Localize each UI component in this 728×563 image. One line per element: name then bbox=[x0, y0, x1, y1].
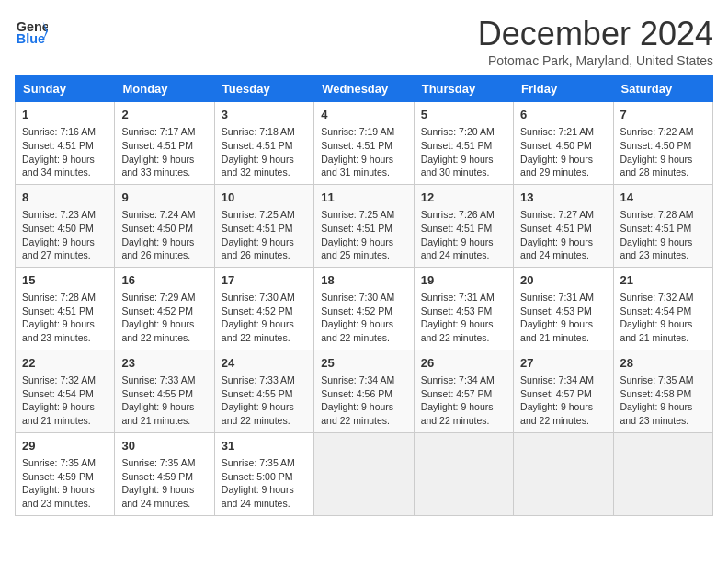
day-info: Sunrise: 7:32 AM Sunset: 4:54 PM Dayligh… bbox=[620, 291, 706, 345]
calendar-cell-0-1: 2Sunrise: 7:17 AM Sunset: 4:51 PM Daylig… bbox=[115, 102, 214, 185]
header-friday: Friday bbox=[514, 76, 613, 102]
calendar-cell-1-5: 13Sunrise: 7:27 AM Sunset: 4:51 PM Dayli… bbox=[514, 184, 613, 267]
header-thursday: Thursday bbox=[414, 76, 513, 102]
calendar-cell-1-3: 11Sunrise: 7:25 AM Sunset: 4:51 PM Dayli… bbox=[314, 184, 414, 267]
calendar-cell-2-6: 21Sunrise: 7:32 AM Sunset: 4:54 PM Dayli… bbox=[613, 267, 712, 350]
day-number: 2 bbox=[121, 107, 207, 123]
day-info: Sunrise: 7:20 AM Sunset: 4:51 PM Dayligh… bbox=[421, 125, 506, 179]
header-monday: Monday bbox=[115, 76, 214, 102]
day-info: Sunrise: 7:31 AM Sunset: 4:53 PM Dayligh… bbox=[520, 291, 606, 345]
calendar-cell-4-3 bbox=[314, 432, 414, 515]
day-number: 8 bbox=[22, 190, 108, 206]
day-number: 7 bbox=[620, 107, 706, 123]
calendar-cell-0-4: 5Sunrise: 7:20 AM Sunset: 4:51 PM Daylig… bbox=[414, 102, 513, 185]
day-number: 6 bbox=[520, 107, 606, 123]
calendar-cell-1-4: 12Sunrise: 7:26 AM Sunset: 4:51 PM Dayli… bbox=[414, 184, 513, 267]
page-container: General Blue December 2024 Potomac Park,… bbox=[15, 15, 713, 516]
day-number: 29 bbox=[22, 438, 108, 454]
day-number: 4 bbox=[321, 107, 406, 123]
location-title: Potomac Park, Maryland, United States bbox=[478, 53, 713, 68]
calendar-cell-4-4 bbox=[414, 432, 513, 515]
day-info: Sunrise: 7:17 AM Sunset: 4:51 PM Dayligh… bbox=[121, 125, 207, 179]
calendar-cell-4-2: 31Sunrise: 7:35 AM Sunset: 5:00 PM Dayli… bbox=[214, 432, 313, 515]
calendar-cell-3-2: 24Sunrise: 7:33 AM Sunset: 4:55 PM Dayli… bbox=[214, 350, 313, 432]
calendar-cell-3-1: 23Sunrise: 7:33 AM Sunset: 4:55 PM Dayli… bbox=[115, 350, 214, 432]
calendar-cell-2-1: 16Sunrise: 7:29 AM Sunset: 4:52 PM Dayli… bbox=[115, 267, 214, 350]
logo-icon: General Blue bbox=[15, 15, 48, 48]
calendar-cell-4-0: 29Sunrise: 7:35 AM Sunset: 4:59 PM Dayli… bbox=[16, 432, 115, 515]
day-number: 30 bbox=[121, 438, 207, 454]
calendar-cell-2-4: 19Sunrise: 7:31 AM Sunset: 4:53 PM Dayli… bbox=[414, 267, 513, 350]
day-info: Sunrise: 7:26 AM Sunset: 4:51 PM Dayligh… bbox=[421, 208, 506, 262]
day-number: 1 bbox=[22, 107, 108, 123]
calendar-table: Sunday Monday Tuesday Wednesday Thursday… bbox=[15, 75, 713, 516]
week-row-5: 29Sunrise: 7:35 AM Sunset: 4:59 PM Dayli… bbox=[16, 432, 713, 515]
day-info: Sunrise: 7:30 AM Sunset: 4:52 PM Dayligh… bbox=[222, 291, 307, 345]
calendar-cell-1-0: 8Sunrise: 7:23 AM Sunset: 4:50 PM Daylig… bbox=[16, 184, 115, 267]
day-number: 20 bbox=[520, 272, 606, 289]
day-number: 18 bbox=[321, 272, 406, 289]
day-info: Sunrise: 7:33 AM Sunset: 4:55 PM Dayligh… bbox=[222, 373, 307, 428]
calendar-cell-1-1: 9Sunrise: 7:24 AM Sunset: 4:50 PM Daylig… bbox=[115, 184, 214, 267]
day-info: Sunrise: 7:34 AM Sunset: 4:57 PM Dayligh… bbox=[520, 373, 606, 428]
day-number: 5 bbox=[421, 107, 506, 123]
calendar-cell-1-2: 10Sunrise: 7:25 AM Sunset: 4:51 PM Dayli… bbox=[214, 184, 313, 267]
calendar-cell-4-5 bbox=[514, 432, 613, 515]
day-number: 25 bbox=[321, 355, 406, 372]
day-info: Sunrise: 7:27 AM Sunset: 4:51 PM Dayligh… bbox=[520, 208, 606, 262]
calendar-cell-0-6: 7Sunrise: 7:22 AM Sunset: 4:50 PM Daylig… bbox=[613, 102, 712, 185]
day-info: Sunrise: 7:33 AM Sunset: 4:55 PM Dayligh… bbox=[121, 373, 207, 428]
calendar-cell-2-3: 18Sunrise: 7:30 AM Sunset: 4:52 PM Dayli… bbox=[314, 267, 414, 350]
day-number: 22 bbox=[22, 355, 108, 372]
title-block: December 2024 Potomac Park, Maryland, Un… bbox=[478, 15, 713, 68]
calendar-cell-1-6: 14Sunrise: 7:28 AM Sunset: 4:51 PM Dayli… bbox=[613, 184, 712, 267]
day-number: 21 bbox=[620, 272, 706, 289]
day-number: 16 bbox=[121, 272, 207, 289]
day-number: 13 bbox=[520, 190, 606, 206]
day-info: Sunrise: 7:35 AM Sunset: 4:58 PM Dayligh… bbox=[620, 373, 706, 428]
calendar-cell-2-2: 17Sunrise: 7:30 AM Sunset: 4:52 PM Dayli… bbox=[214, 267, 313, 350]
day-number: 3 bbox=[222, 107, 307, 123]
header-sunday: Sunday bbox=[16, 76, 115, 102]
day-number: 31 bbox=[222, 438, 307, 454]
header-saturday: Saturday bbox=[613, 76, 712, 102]
day-info: Sunrise: 7:31 AM Sunset: 4:53 PM Dayligh… bbox=[421, 291, 506, 345]
day-info: Sunrise: 7:35 AM Sunset: 5:00 PM Dayligh… bbox=[222, 456, 307, 511]
day-number: 15 bbox=[22, 272, 108, 289]
calendar-cell-0-3: 4Sunrise: 7:19 AM Sunset: 4:51 PM Daylig… bbox=[314, 102, 414, 185]
day-info: Sunrise: 7:28 AM Sunset: 4:51 PM Dayligh… bbox=[620, 208, 706, 262]
week-row-4: 22Sunrise: 7:32 AM Sunset: 4:54 PM Dayli… bbox=[16, 350, 713, 432]
day-info: Sunrise: 7:16 AM Sunset: 4:51 PM Dayligh… bbox=[22, 125, 108, 179]
logo: General Blue bbox=[15, 15, 48, 48]
month-title: December 2024 bbox=[478, 15, 713, 53]
day-number: 26 bbox=[421, 355, 506, 372]
day-number: 23 bbox=[121, 355, 207, 372]
calendar-cell-4-1: 30Sunrise: 7:35 AM Sunset: 4:59 PM Dayli… bbox=[115, 432, 214, 515]
day-number: 9 bbox=[121, 190, 207, 206]
calendar-cell-3-4: 26Sunrise: 7:34 AM Sunset: 4:57 PM Dayli… bbox=[414, 350, 513, 432]
svg-text:Blue: Blue bbox=[17, 31, 45, 46]
day-info: Sunrise: 7:29 AM Sunset: 4:52 PM Dayligh… bbox=[121, 291, 207, 345]
day-number: 10 bbox=[222, 190, 307, 206]
day-info: Sunrise: 7:34 AM Sunset: 4:57 PM Dayligh… bbox=[421, 373, 506, 428]
day-info: Sunrise: 7:18 AM Sunset: 4:51 PM Dayligh… bbox=[222, 125, 307, 179]
day-number: 19 bbox=[421, 272, 506, 289]
day-number: 12 bbox=[421, 190, 506, 206]
week-row-2: 8Sunrise: 7:23 AM Sunset: 4:50 PM Daylig… bbox=[16, 184, 713, 267]
day-info: Sunrise: 7:25 AM Sunset: 4:51 PM Dayligh… bbox=[222, 208, 307, 262]
calendar-cell-2-0: 15Sunrise: 7:28 AM Sunset: 4:51 PM Dayli… bbox=[16, 267, 115, 350]
day-info: Sunrise: 7:24 AM Sunset: 4:50 PM Dayligh… bbox=[121, 208, 207, 262]
calendar-cell-0-0: 1Sunrise: 7:16 AM Sunset: 4:51 PM Daylig… bbox=[16, 102, 115, 185]
calendar-cell-3-5: 27Sunrise: 7:34 AM Sunset: 4:57 PM Dayli… bbox=[514, 350, 613, 432]
day-info: Sunrise: 7:35 AM Sunset: 4:59 PM Dayligh… bbox=[121, 456, 207, 511]
day-info: Sunrise: 7:34 AM Sunset: 4:56 PM Dayligh… bbox=[321, 373, 406, 428]
day-info: Sunrise: 7:35 AM Sunset: 4:59 PM Dayligh… bbox=[22, 456, 108, 511]
day-info: Sunrise: 7:19 AM Sunset: 4:51 PM Dayligh… bbox=[321, 125, 406, 179]
calendar-cell-0-5: 6Sunrise: 7:21 AM Sunset: 4:50 PM Daylig… bbox=[514, 102, 613, 185]
day-info: Sunrise: 7:30 AM Sunset: 4:52 PM Dayligh… bbox=[321, 291, 406, 345]
day-info: Sunrise: 7:25 AM Sunset: 4:51 PM Dayligh… bbox=[321, 208, 406, 262]
day-info: Sunrise: 7:22 AM Sunset: 4:50 PM Dayligh… bbox=[620, 125, 706, 179]
calendar-cell-3-0: 22Sunrise: 7:32 AM Sunset: 4:54 PM Dayli… bbox=[16, 350, 115, 432]
week-row-1: 1Sunrise: 7:16 AM Sunset: 4:51 PM Daylig… bbox=[16, 102, 713, 185]
day-info: Sunrise: 7:21 AM Sunset: 4:50 PM Dayligh… bbox=[520, 125, 606, 179]
